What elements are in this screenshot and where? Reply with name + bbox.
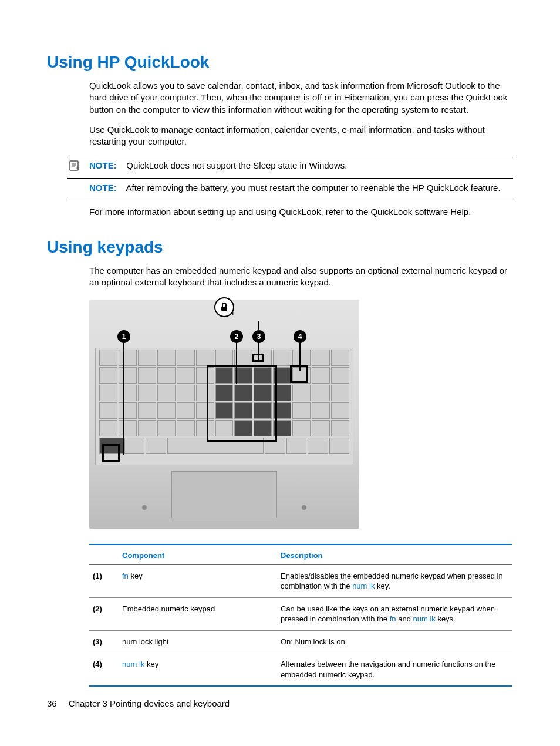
- table-row: (1)fn keyEnables/disables the embedded n…: [89, 564, 512, 597]
- callout-2: 2: [230, 330, 243, 343]
- divider: [67, 178, 513, 179]
- table-header-description: Description: [277, 545, 512, 565]
- paragraph: Use QuickLook to manage contact informat…: [89, 124, 513, 148]
- note-text: [119, 160, 127, 170]
- highlight-numlk-key: [290, 365, 308, 383]
- page-number: 36: [47, 698, 57, 708]
- paragraph: The computer has an embedded numeric key…: [89, 265, 513, 289]
- table-cell-component: num lock light: [119, 630, 277, 653]
- paragraph: QuickLook allows you to save calendar, c…: [89, 80, 513, 116]
- touchpad: [171, 471, 277, 518]
- callout-4: 4: [294, 330, 306, 343]
- highlight-numeric-keypad: [207, 365, 277, 442]
- note-text: [119, 183, 126, 193]
- table-cell-component: fn key: [119, 564, 277, 597]
- table-cell-component: Embedded numeric keypad: [119, 597, 277, 630]
- note-block: NOTE: After removing the battery, you mu…: [89, 182, 513, 194]
- table-cell-index: (4): [89, 653, 119, 687]
- heading-quicklook: Using HP QuickLook: [47, 53, 513, 72]
- note-label: NOTE:: [89, 183, 117, 193]
- highlight-fn-key: [102, 444, 120, 462]
- table-cell-index: (2): [89, 597, 119, 630]
- chapter-title: Chapter 3 Pointing devices and keyboard: [69, 698, 230, 708]
- table-header-component: Component: [119, 545, 277, 565]
- callout-1: 1: [117, 330, 130, 343]
- callout-3: 3: [252, 330, 265, 343]
- touchpad-dot: [302, 505, 306, 510]
- table-cell-index: (1): [89, 564, 119, 597]
- table-cell-component: num lk key: [119, 653, 277, 687]
- table-row: (3)num lock lightOn: Num lock is on.: [89, 630, 512, 653]
- highlight-numlock-light: [252, 354, 264, 362]
- table-row: (2)Embedded numeric keypadCan be used li…: [89, 597, 512, 630]
- note-block: NOTE: QuickLook does not support the Sle…: [89, 160, 513, 172]
- table-cell-description: Can be used like the keys on an external…: [277, 597, 512, 630]
- note-text: QuickLook does not support the Sleep sta…: [126, 160, 347, 170]
- table-header-blank: [89, 545, 119, 565]
- heading-keypads: Using keypads: [47, 238, 513, 257]
- note-text: After removing the battery, you must res…: [126, 183, 501, 193]
- note-label: NOTE:: [89, 160, 117, 170]
- divider: [67, 200, 513, 200]
- table-row: (4)num lk keyAlternates between the navi…: [89, 653, 512, 687]
- table-cell-description: Alternates between the navigation and nu…: [277, 653, 512, 687]
- lock-icon: 1: [214, 297, 234, 317]
- svg-rect-0: [70, 161, 78, 170]
- svg-rect-4: [221, 307, 227, 311]
- table-cell-description: Enables/disables the embedded numeric ke…: [277, 564, 512, 597]
- paragraph: For more information about setting up an…: [89, 206, 513, 218]
- divider: [67, 156, 513, 156]
- note-icon: [68, 160, 81, 174]
- component-table: Component Description (1)fn keyEnables/d…: [89, 544, 512, 687]
- table-cell-description: On: Num lock is on.: [277, 630, 512, 653]
- touchpad-dot: [142, 505, 147, 510]
- table-cell-index: (3): [89, 630, 119, 653]
- page-footer: 36 Chapter 3 Pointing devices and keyboa…: [47, 698, 230, 708]
- keyboard-figure: 1 1 2 3 4: [89, 300, 359, 529]
